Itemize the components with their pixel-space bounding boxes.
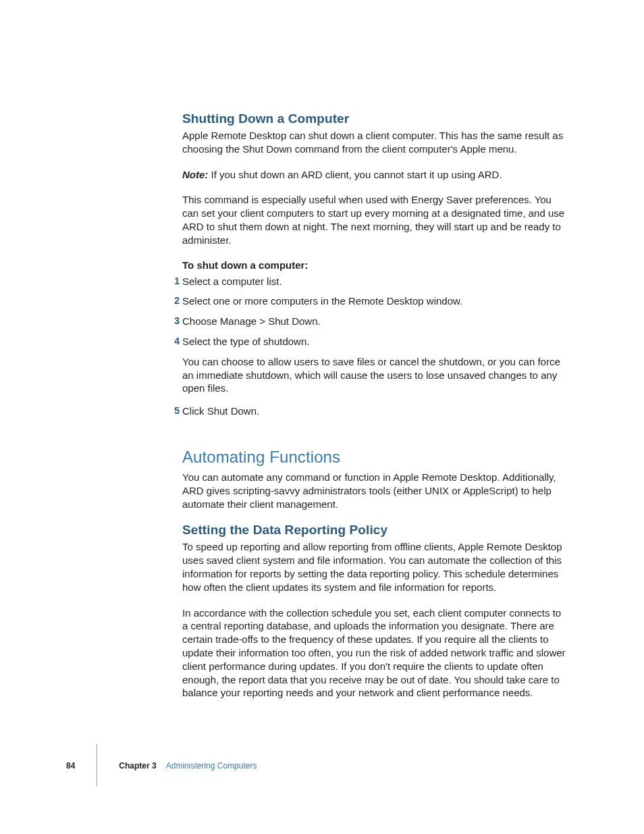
step-item: 1 Select a computer list. (182, 275, 567, 295)
step-number: 2 (167, 294, 180, 307)
body-paragraph: You can automate any command or function… (182, 471, 567, 511)
note-label: Note: (182, 169, 208, 180)
step-text: Select one or more computers in the Remo… (182, 295, 462, 307)
body-paragraph: This command is especially useful when u… (182, 193, 567, 246)
step-text: Choose Manage > Shut Down. (182, 315, 321, 327)
task-heading: To shut down a computer: (182, 259, 567, 271)
footer-chapter-title: Administering Computers (166, 761, 257, 771)
step-number: 1 (167, 275, 180, 287)
document-page: Shutting Down a Computer Apple Remote De… (0, 0, 644, 834)
heading-automating-functions: Automating Functions (182, 448, 567, 467)
footer-divider (97, 744, 97, 786)
ordered-steps: 1 Select a computer list. 2 Select one o… (182, 275, 567, 425)
heading-data-reporting-policy: Setting the Data Reporting Policy (182, 523, 567, 538)
step-item: 3 Choose Manage > Shut Down. (182, 315, 567, 335)
page-footer: 84 Chapter 3 Administering Computers (66, 746, 257, 786)
step-item: 4 Select the type of shutdown. You can c… (182, 335, 567, 405)
step-item: 2 Select one or more computers in the Re… (182, 294, 567, 315)
footer-chapter-label: Chapter 3 (119, 761, 156, 771)
step-text: Select a computer list. (182, 276, 282, 287)
heading-shutting-down: Shutting Down a Computer (182, 111, 567, 126)
page-number: 84 (66, 761, 75, 771)
body-paragraph: Apple Remote Desktop can shut down a cli… (182, 129, 567, 156)
step-subtext: You can choose to allow users to save fi… (182, 355, 567, 398)
step-number: 4 (167, 335, 180, 347)
body-paragraph: In accordance with the collection schedu… (182, 606, 567, 700)
page-content: Shutting Down a Computer Apple Remote De… (182, 111, 567, 712)
body-paragraph: To speed up reporting and allow reportin… (182, 540, 567, 594)
step-number: 5 (167, 405, 180, 417)
step-number: 3 (167, 315, 180, 327)
step-text: Click Shut Down. (182, 405, 259, 417)
step-item: 5 Click Shut Down. (182, 405, 567, 425)
step-text: Select the type of shutdown. (182, 336, 309, 347)
note-paragraph: Note: If you shut down an ARD client, yo… (182, 168, 567, 182)
note-body: If you shut down an ARD client, you cann… (208, 169, 502, 180)
